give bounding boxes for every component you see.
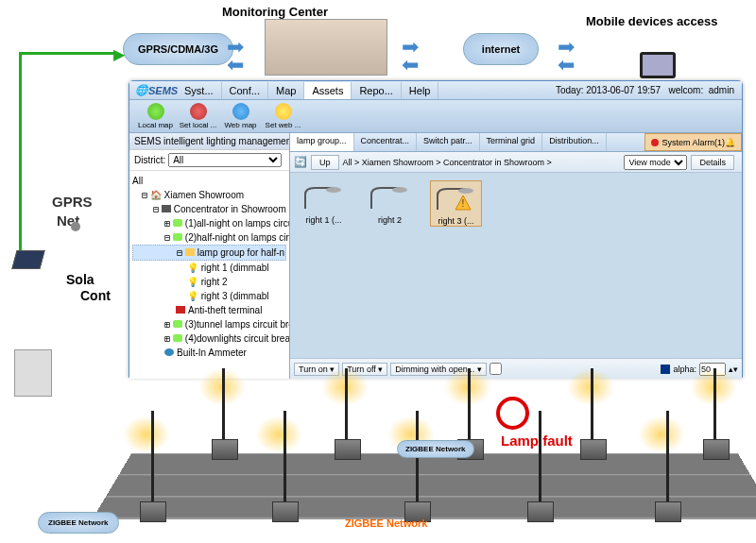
- app-logo: 🌐SEMS: [129, 84, 177, 96]
- lamp-glow: [123, 416, 170, 453]
- toolbar: Local map Set local ... Web map Set web …: [129, 100, 742, 133]
- lamp-glow: [638, 416, 685, 453]
- lamp-item-3[interactable]: ! right 3 (...: [430, 180, 482, 227]
- left-panel: SEMS intelligent lighting management s..…: [129, 133, 290, 379]
- globe-red-icon: [190, 103, 207, 120]
- tree-lamp-right3[interactable]: 💡 right 3 (dimmabl: [132, 289, 286, 303]
- view-mode-select[interactable]: View mode: [624, 155, 687, 170]
- system-alarm-button[interactable]: System Alarm(1) 🔔: [644, 133, 742, 151]
- tree-concentrator[interactable]: ⊟ Concentrator in Showroom: [132, 202, 286, 216]
- details-button[interactable]: Details: [691, 155, 734, 170]
- cloud-zigbee: ZIGBEE Network: [38, 512, 119, 534]
- arrow-icon: ⬅: [558, 60, 581, 75]
- control-box: [527, 501, 554, 522]
- cloud-zigbee-small: ZIGBEE Network: [397, 440, 474, 458]
- streetlight-fault-icon: !: [433, 181, 480, 214]
- solar-panel-icon: [11, 250, 44, 269]
- control-box: [272, 501, 299, 522]
- lamp-glow: [255, 416, 302, 453]
- control-box: [580, 439, 607, 460]
- control-box: [212, 439, 238, 460]
- node-dot: [71, 222, 80, 231]
- arrow-icon: ⬅: [227, 60, 250, 75]
- arrow-icon: ⬅: [402, 60, 425, 75]
- tree-lamp-right2[interactable]: 💡 right 2: [132, 275, 286, 289]
- tool-web-map[interactable]: Web map: [219, 103, 262, 129]
- tree-ammeter[interactable]: Built-In Ammeter: [132, 346, 286, 360]
- monitoring-center-title: Monitoring Center: [222, 5, 328, 19]
- svg-point-1: [392, 187, 407, 193]
- tree-showroom[interactable]: ⊟ 🏠 Xiamen Showroom: [132, 188, 286, 202]
- district-select[interactable]: All: [168, 153, 282, 167]
- svg-point-0: [326, 187, 341, 193]
- globe-yellow-icon: [275, 103, 292, 120]
- lamp-post: [151, 411, 154, 515]
- cloud-gprs: GPRS/CDMA/3G: [123, 33, 233, 65]
- globe-blue-icon: [232, 103, 249, 120]
- status-bar: Today: 2013-06-07 19:57 welcom: admin: [556, 85, 742, 95]
- tree-circuit-4[interactable]: ⊞ (4)downlights circuit breake: [132, 331, 286, 346]
- menu-map[interactable]: Map: [268, 82, 304, 99]
- menu-assets[interactable]: Assets: [304, 82, 352, 99]
- lamp-post: [666, 411, 669, 515]
- cloud-internet: internet: [463, 33, 539, 65]
- tree-anti-theft[interactable]: Anti-theft terminal: [132, 303, 286, 317]
- fault-indicator-circle: [496, 397, 529, 430]
- menu-help[interactable]: Help: [402, 82, 439, 99]
- tab-lamp-group[interactable]: lamp group...: [290, 133, 354, 151]
- tablet-icon: [640, 52, 676, 78]
- lamp-post: [416, 411, 419, 515]
- control-box: [335, 439, 361, 460]
- control-box: [140, 501, 166, 522]
- lamp-icon-view: right 1 (... right 2 ! right 3 (...: [290, 173, 742, 358]
- streetlight-icon: [367, 180, 414, 213]
- svg-point-2: [458, 188, 473, 194]
- lamp-fault-label: Lamp fault: [501, 433, 573, 449]
- tree-circuit-1[interactable]: ⊞ (1)all-night on lamps circuit: [132, 216, 286, 230]
- tree-root[interactable]: All: [132, 174, 286, 188]
- tree-circuit-2[interactable]: ⊟ (2)half-night on lamps circu: [132, 230, 286, 245]
- district-label: District:: [134, 155, 165, 165]
- tool-set-web[interactable]: Set web ...: [262, 103, 304, 129]
- asset-tree: All ⊟ 🏠 Xiamen Showroom ⊟ Concentrator i…: [129, 171, 289, 363]
- lamp-item-2[interactable]: right 2: [364, 180, 416, 225]
- tree-lamp-right1[interactable]: 💡 right 1 (dimmabl: [132, 261, 286, 275]
- gprs-label: GPRS: [52, 194, 93, 210]
- right-panel: lamp group... Concentrat... Switch patr.…: [290, 133, 742, 379]
- tab-concentrator[interactable]: Concentrat...: [354, 133, 418, 151]
- panel-title: SEMS intelligent lighting management s..…: [129, 133, 289, 150]
- svg-text:!: !: [461, 198, 464, 209]
- tree-circuit-3[interactable]: ⊞ (3)tunnel lamps circuit brea: [132, 317, 286, 331]
- tool-set-local[interactable]: Set local ...: [177, 103, 219, 129]
- refresh-icon[interactable]: 🔄: [294, 156, 307, 168]
- globe-green-icon: [147, 103, 164, 120]
- alarm-dot-icon: [651, 139, 659, 146]
- tab-terminal-grid[interactable]: Terminal grid: [480, 133, 543, 151]
- sems-app-window: 🌐SEMS Syst... Conf... Map Assets Repo...…: [129, 80, 743, 378]
- connection-arrow: [19, 52, 113, 260]
- menu-config[interactable]: Conf...: [222, 82, 268, 99]
- menu-report[interactable]: Repo...: [352, 82, 401, 99]
- tool-local-map[interactable]: Local map: [134, 103, 177, 129]
- tree-lamp-group[interactable]: ⊟ lamp group for half-n: [132, 245, 286, 261]
- controller-label: Cont: [80, 288, 111, 303]
- lamp-item-1[interactable]: right 1 (...: [298, 180, 350, 225]
- solar-label: Sola: [66, 272, 94, 287]
- zigbee-network-label: ZIGBEE Network: [345, 518, 427, 529]
- up-button[interactable]: Up: [311, 155, 339, 170]
- monitoring-center-image: [265, 19, 387, 76]
- streetlight-icon: [301, 180, 348, 213]
- mobile-access-title: Mobile devices access: [586, 14, 717, 28]
- lamp-post: [539, 411, 541, 515]
- tab-distribution[interactable]: Distribution...: [542, 133, 607, 151]
- control-box: [655, 501, 681, 522]
- control-box: [703, 439, 730, 460]
- tab-switch-patrol[interactable]: Switch patr...: [417, 133, 480, 151]
- menu-system[interactable]: Syst...: [177, 82, 222, 99]
- lamp-post: [284, 411, 286, 515]
- breadcrumb-path: All > Xiamen Showroom > Concentrator in …: [343, 158, 625, 167]
